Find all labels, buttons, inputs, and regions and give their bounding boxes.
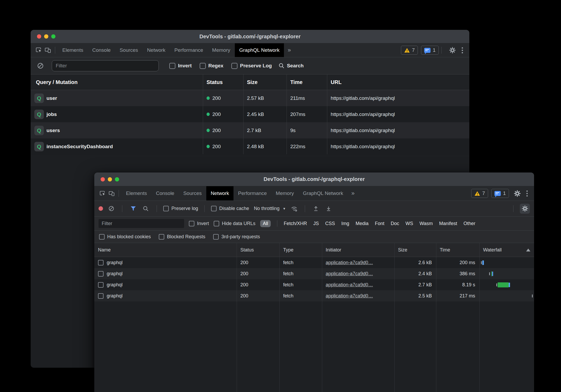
- row-checkbox[interactable]: [98, 282, 104, 288]
- titlebar[interactable]: DevTools - gitlab.com/-/graphql-explorer: [94, 172, 534, 186]
- preserve-log-checkbox[interactable]: Preserve Log: [231, 63, 272, 69]
- import-har-icon[interactable]: [311, 204, 320, 213]
- close-button[interactable]: [37, 34, 41, 39]
- column-header-time[interactable]: Time: [287, 79, 327, 85]
- type-chip-font[interactable]: Font: [375, 221, 384, 226]
- has-blocked-cookies-checkbox[interactable]: Has blocked cookies: [99, 234, 151, 240]
- search-button[interactable]: Search: [279, 63, 303, 69]
- disable-cache-checkbox[interactable]: Disable cache: [211, 206, 249, 211]
- type-chip-wasm[interactable]: Wasm: [419, 221, 433, 226]
- table-row[interactable]: graphql200fetchapplication-a7ca9d0…2.4 k…: [94, 268, 534, 279]
- type-chip-img[interactable]: Img: [341, 221, 349, 226]
- table-row[interactable]: Quser2002.57 kB211mshttps://gitlab.com/a…: [31, 90, 469, 106]
- waterfall-cell[interactable]: [479, 279, 534, 290]
- table-row[interactable]: graphql200fetchapplication-a7ca9d0…2.5 k…: [94, 290, 534, 301]
- type-chip-doc[interactable]: Doc: [391, 221, 399, 226]
- throttling-select[interactable]: No throttling ▼: [254, 206, 286, 211]
- type-chip-fetch-xhr[interactable]: Fetch/XHR: [284, 221, 307, 226]
- tab-sources[interactable]: Sources: [179, 186, 206, 200]
- table-row[interactable]: graphql200fetchapplication-a7ca9d0…2.7 k…: [94, 279, 534, 290]
- more-panels-icon[interactable]: »: [284, 47, 294, 54]
- tab-sources[interactable]: Sources: [115, 43, 143, 57]
- tab-network[interactable]: Network: [206, 186, 234, 200]
- warning-badge[interactable]: 7: [401, 46, 418, 55]
- tab-elements[interactable]: Elements: [121, 186, 151, 200]
- device-toolbar-icon[interactable]: [107, 189, 116, 198]
- inspect-element-icon[interactable]: [34, 46, 43, 55]
- network-settings-icon[interactable]: [520, 204, 530, 214]
- row-checkbox[interactable]: [98, 293, 104, 299]
- initiator-link[interactable]: application-a7ca9d0…: [326, 260, 373, 265]
- type-chip-manifest[interactable]: Manifest: [439, 221, 457, 226]
- blocked-requests-checkbox[interactable]: Blocked Requests: [159, 234, 205, 240]
- tab-graphql-network[interactable]: GraphQL Network: [298, 186, 348, 200]
- column-header-size[interactable]: Size: [243, 79, 287, 85]
- export-har-icon[interactable]: [324, 204, 333, 213]
- table-row[interactable]: Qjobs2002.45 kB207mshttps://gitlab.com/a…: [31, 106, 469, 122]
- column-header-url[interactable]: URL: [327, 79, 469, 85]
- column-header-status[interactable]: Status: [203, 79, 243, 85]
- filter-input[interactable]: [52, 60, 159, 71]
- initiator-link[interactable]: application-a7ca9d0…: [326, 282, 373, 288]
- minimize-button[interactable]: [44, 34, 48, 39]
- settings-gear-icon[interactable]: [448, 46, 457, 55]
- column-header-initiator[interactable]: Initiator: [322, 247, 394, 253]
- type-chip-js[interactable]: JS: [313, 221, 319, 226]
- row-checkbox[interactable]: [98, 260, 104, 265]
- tab-memory[interactable]: Memory: [208, 43, 235, 57]
- zoom-button[interactable]: [115, 177, 119, 181]
- titlebar[interactable]: DevTools - gitlab.com/-/graphql-explorer: [31, 30, 469, 43]
- tab-console[interactable]: Console: [151, 186, 179, 200]
- warning-badge[interactable]: 7: [471, 189, 488, 198]
- more-options-icon[interactable]: [462, 47, 463, 53]
- more-options-icon[interactable]: [526, 190, 528, 197]
- tab-memory[interactable]: Memory: [271, 186, 298, 200]
- type-chip-css[interactable]: CSS: [325, 221, 335, 226]
- column-header-query-mutation[interactable]: Query / Mutation: [31, 79, 203, 85]
- column-header-type[interactable]: Type: [279, 247, 322, 253]
- tab-performance[interactable]: Performance: [233, 186, 271, 200]
- network-conditions-icon[interactable]: [289, 204, 298, 213]
- table-row[interactable]: Qusers2002.7 kB9shttps://gitlab.com/api/…: [31, 122, 469, 138]
- zoom-button[interactable]: [51, 34, 55, 39]
- waterfall-cell[interactable]: [479, 268, 534, 279]
- regex-checkbox[interactable]: Regex: [200, 63, 223, 69]
- filter-funnel-icon[interactable]: [129, 204, 138, 213]
- column-header-waterfall[interactable]: Waterfall: [479, 247, 534, 253]
- network-filter-input[interactable]: [99, 219, 184, 228]
- type-chip-all[interactable]: All: [260, 220, 271, 227]
- column-header-name[interactable]: Name: [94, 247, 237, 253]
- preserve-log-checkbox[interactable]: Preserve log: [163, 206, 198, 211]
- clear-icon[interactable]: [36, 61, 45, 70]
- tab-console[interactable]: Console: [88, 43, 115, 57]
- hide-data-urls-checkbox[interactable]: Hide data URLs: [214, 221, 255, 226]
- invert-checkbox[interactable]: Invert: [169, 63, 192, 69]
- type-chip-other[interactable]: Other: [464, 221, 475, 226]
- column-header-status[interactable]: Status: [237, 247, 279, 253]
- waterfall-cell[interactable]: [479, 290, 534, 301]
- clear-icon[interactable]: [107, 204, 116, 213]
- record-button[interactable]: [99, 206, 103, 211]
- waterfall-cell[interactable]: [479, 257, 534, 268]
- 3rd-party-requests-checkbox[interactable]: 3rd-party requests: [213, 234, 260, 240]
- search-icon[interactable]: [141, 204, 150, 213]
- table-row[interactable]: QinstanceSecurityDashboard2002.48 kB222m…: [31, 138, 469, 155]
- close-button[interactable]: [101, 177, 105, 181]
- message-badge[interactable]: 1: [421, 46, 439, 55]
- type-chip-media[interactable]: Media: [356, 221, 368, 226]
- settings-gear-icon[interactable]: [513, 189, 522, 198]
- row-checkbox[interactable]: [98, 271, 104, 277]
- device-toolbar-icon[interactable]: [43, 46, 52, 55]
- tab-graphql-network[interactable]: GraphQL Network: [235, 43, 284, 57]
- initiator-link[interactable]: application-a7ca9d0…: [326, 293, 373, 299]
- column-header-size[interactable]: Size: [394, 247, 436, 253]
- column-header-time[interactable]: Time: [436, 247, 479, 253]
- tab-network[interactable]: Network: [143, 43, 170, 57]
- initiator-link[interactable]: application-a7ca9d0…: [326, 271, 373, 277]
- inspect-element-icon[interactable]: [98, 189, 107, 198]
- more-panels-icon[interactable]: »: [348, 190, 358, 197]
- minimize-button[interactable]: [108, 177, 112, 181]
- message-badge[interactable]: 1: [491, 189, 509, 198]
- type-chip-ws[interactable]: WS: [405, 221, 413, 226]
- tab-performance[interactable]: Performance: [170, 43, 208, 57]
